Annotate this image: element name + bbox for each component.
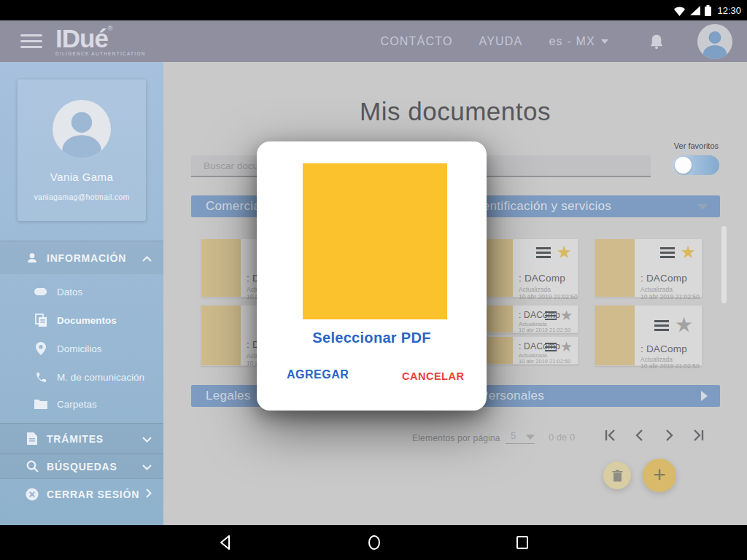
add-document-button[interactable]: + [643,459,676,492]
documents-icon [34,314,48,327]
sidebar-item-domicilios[interactable]: Domicilios [0,335,163,362]
sidebar-item-label: Datos [57,287,82,298]
android-status-bar: 12:30 [0,0,747,20]
favorite-star-icon[interactable]: ★ [560,309,573,322]
back-button[interactable] [218,534,233,551]
cellular-signal-icon [690,6,700,15]
document-title: : DAComp [640,343,687,354]
favorite-star-icon[interactable]: ★ [675,316,693,334]
document-thumbnail [595,239,635,297]
sidebar-item-label: M. de comunicación [57,372,144,383]
plus-icon: + [653,464,666,486]
favorites-toggle[interactable] [673,155,719,175]
document-card[interactable]: ★ : DAComp Actualizada 10 abr 2019 21:02… [595,238,703,298]
sidebar-item-documentos[interactable]: Documentos [0,306,163,334]
app-screen: 12:30 IDué® DILIGENCE AUTHENTICATION CON… [0,0,747,560]
logo-text: IDué [55,24,108,52]
vertical-scrollbar[interactable] [721,226,727,303]
document-title: : DAComp [519,273,565,284]
chevron-down-icon [142,461,152,472]
triangle-down-icon [697,204,708,210]
pdf-preview-thumbnail [303,163,447,319]
document-card[interactable]: ★ : DAComp Actualizada 10 abr 2019 21:02… [595,305,703,366]
document-card[interactable]: ★ : DAComp Actualizada 10 abr 2019 21:02… [473,238,578,298]
sidebar-section-busquedas[interactable]: BÚSQUEDAS [0,454,163,478]
sidebar-item-label: Documentos [57,315,117,326]
sidebar-item-comunicacion[interactable]: M. de comunicación [0,363,163,391]
sidebar: Vania Gama vaniagamag@hotmail.com INFORM… [0,62,163,525]
profile-card: Vania Gama vaniagamag@hotmail.com [18,79,146,221]
close-circle-icon [25,488,39,501]
recents-button[interactable] [516,535,529,550]
sidebar-item-datos[interactable]: Datos [0,278,163,306]
toggle-knob [675,157,692,174]
items-per-page-select[interactable]: 5 [506,429,535,444]
card-menu-icon[interactable] [660,245,675,260]
page-title: Mis documentos [163,97,747,126]
sidebar-item-carpetas[interactable]: Carpetas [0,390,163,418]
document-thumbnail [595,306,635,365]
triangle-down-icon [526,435,535,440]
card-menu-icon[interactable] [536,245,551,260]
card-menu-icon[interactable] [654,318,669,333]
nav-contact-link[interactable]: CONTÁCTO [380,35,452,48]
document-date: 10 abr 2019 21:02:50 [519,327,570,333]
profile-email: vaniagamag@hotmail.com [18,192,146,201]
dialog-title: Seleccionar PDF [257,330,487,346]
phone-icon [34,371,48,384]
favorite-star-icon[interactable]: ★ [560,341,573,353]
cancelar-button[interactable]: CANCELAR [402,370,464,382]
card-menu-icon[interactable] [545,309,557,322]
hamburger-menu-icon[interactable] [20,31,42,52]
pagination-range: 0 de 0 [549,432,575,443]
chevron-up-icon [142,252,152,264]
document-title: : DAComp [640,273,687,284]
language-selector[interactable]: es - MX [549,35,608,48]
previous-page-icon[interactable] [632,428,647,443]
document-date: 10 abr 2019 21:02:50 [640,362,700,370]
home-button[interactable] [367,534,382,551]
document-thumbnail [201,239,241,297]
search-icon [25,460,39,472]
select-pdf-dialog: Seleccionar PDF AGREGAR CANCELAR [257,141,487,411]
section-header-personales[interactable]: Personales [460,385,720,407]
sidebar-section-label: BÚSQUEDAS [47,461,117,472]
document-updated-label: Actualizada [519,286,551,293]
document-card[interactable]: : DAComp ★ Actualizada 10 abr 2019 21:02… [473,305,578,333]
notifications-bell-icon[interactable] [649,34,664,50]
section-header-identificacion[interactable]: Identificación y servicios [460,195,720,217]
sidebar-section-tramites[interactable]: TRÁMITES [0,423,163,454]
battery-icon [705,5,711,16]
card-menu-icon[interactable] [545,341,557,354]
document-card[interactable]: : DAComp ★ Actualizada 10 abr 2019 21:02… [473,336,578,365]
sidebar-logout[interactable]: CERRAR SESIÓN [0,478,163,509]
agregar-button[interactable]: AGREGAR [287,368,349,381]
favorite-star-icon[interactable]: ★ [556,244,572,260]
delete-button[interactable] [603,462,631,489]
last-page-icon[interactable] [691,428,705,443]
favorites-toggle-label: Ver favoritos [674,141,719,150]
first-page-icon[interactable] [603,428,618,443]
sidebar-section-informacion[interactable]: INFORMACIÓN [0,241,163,274]
status-time: 12:30 [717,5,741,16]
chevron-down-icon [142,433,152,445]
folder-icon [34,399,48,409]
nav-help-link[interactable]: AYUDA [479,35,523,48]
registered-mark: ® [108,25,113,32]
user-avatar[interactable] [697,24,732,59]
document-date: 10 abr 2019 21:02:50 [640,293,700,300]
location-pin-icon [34,342,48,355]
pagination-controls [603,428,705,443]
section-label: Legales [206,389,251,402]
id-card-icon [34,287,48,296]
sidebar-section-label: TRÁMITES [47,433,104,445]
sidebar-item-label: Carpetas [57,399,97,410]
favorite-star-icon[interactable]: ★ [680,244,696,260]
profile-avatar [53,100,111,158]
next-page-icon[interactable] [662,428,676,443]
document-thumbnail [201,306,241,365]
section-label: Personales [480,389,544,402]
chevron-right-icon [146,489,152,500]
triangle-right-icon [701,391,708,401]
wifi-icon [673,5,686,16]
